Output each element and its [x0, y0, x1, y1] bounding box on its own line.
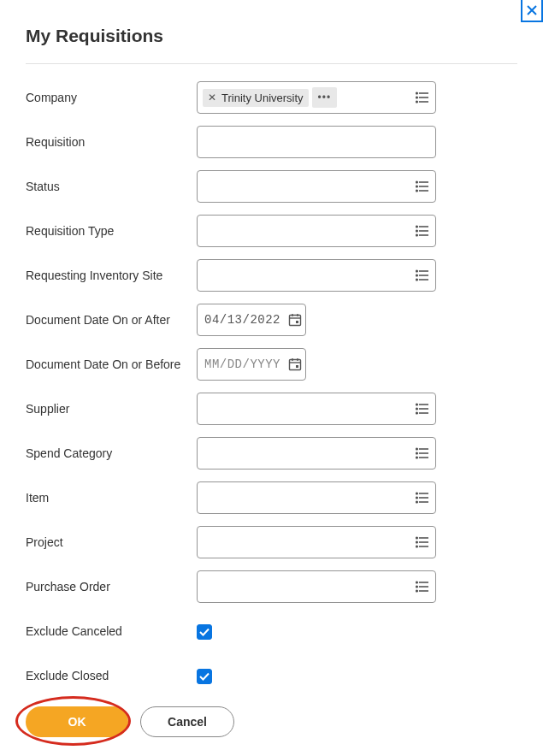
list-icon	[415, 535, 430, 550]
row-project: Project	[26, 526, 517, 558]
svg-point-4	[416, 97, 418, 98]
ok-button[interactable]: OK	[26, 706, 128, 737]
item-select[interactable]	[197, 481, 436, 514]
footer: OK Cancel	[0, 688, 543, 756]
svg-point-38	[416, 408, 418, 410]
chip-label: Trinity University	[221, 92, 304, 104]
list-icon	[415, 179, 430, 194]
list-icon	[415, 446, 430, 461]
svg-point-55	[416, 537, 418, 539]
requisition-type-select[interactable]	[197, 215, 436, 247]
svg-point-61	[416, 582, 418, 583]
svg-point-45	[416, 457, 418, 458]
close-button[interactable]	[521, 0, 543, 22]
cancel-button[interactable]: Cancel	[140, 706, 234, 737]
svg-point-22	[416, 275, 418, 276]
label-spend-category: Spend Category	[26, 446, 197, 460]
row-requisition-type: Requisition Type	[26, 215, 517, 247]
row-item: Item	[26, 481, 517, 514]
svg-point-62	[416, 586, 418, 588]
status-select[interactable]	[197, 170, 436, 203]
exclude-closed-checkbox[interactable]	[197, 669, 212, 684]
svg-point-57	[416, 546, 418, 547]
row-requisition: Requisition	[26, 126, 517, 158]
svg-rect-33	[296, 365, 298, 368]
list-icon	[415, 401, 430, 416]
list-icon	[415, 268, 430, 283]
svg-point-49	[416, 493, 418, 494]
row-company: Company ✕ Trinity University •••	[26, 81, 517, 114]
list-icon	[415, 223, 430, 239]
date-after-input[interactable]: 04/13/2022	[197, 304, 306, 336]
spend-category-select[interactable]	[197, 437, 436, 470]
company-chip[interactable]: ✕ Trinity University	[203, 89, 309, 107]
row-exclude-closed: Exclude Closed	[26, 659, 517, 688]
list-icon	[415, 490, 430, 505]
svg-point-21	[416, 270, 418, 272]
label-date-before: Document Date On or Before	[26, 357, 197, 371]
requisition-input[interactable]	[197, 126, 436, 158]
row-inventory-site: Requesting Inventory Site	[26, 259, 517, 292]
label-supplier: Supplier	[26, 402, 197, 416]
label-inventory-site: Requesting Inventory Site	[26, 269, 197, 282]
close-icon	[527, 5, 537, 15]
label-date-after: Document Date On or After	[26, 313, 197, 327]
list-icon	[415, 579, 430, 594]
date-before-placeholder: MM/DD/YYYY	[204, 357, 280, 371]
svg-point-50	[416, 497, 418, 499]
check-icon	[199, 672, 210, 681]
svg-point-9	[416, 181, 418, 183]
svg-point-10	[416, 186, 418, 187]
label-purchase-order: Purchase Order	[26, 580, 197, 594]
calendar-icon[interactable]	[287, 357, 303, 372]
purchase-order-select[interactable]	[197, 570, 436, 603]
svg-point-39	[416, 412, 418, 414]
svg-point-51	[416, 501, 418, 503]
label-exclude-canceled: Exclude Canceled	[26, 624, 197, 638]
row-status: Status	[26, 170, 517, 203]
row-purchase-order: Purchase Order	[26, 570, 517, 603]
row-date-before: Document Date On or Before MM/DD/YYYY	[26, 348, 517, 381]
svg-point-11	[416, 190, 418, 192]
row-spend-category: Spend Category	[26, 437, 517, 470]
svg-point-37	[416, 404, 418, 405]
svg-point-44	[416, 452, 418, 454]
page-title: My Requisitions	[26, 26, 517, 64]
project-select[interactable]	[197, 526, 436, 558]
row-supplier: Supplier	[26, 393, 517, 425]
svg-point-3	[416, 92, 418, 94]
calendar-icon[interactable]	[287, 312, 303, 328]
svg-point-63	[416, 590, 418, 592]
exclude-canceled-checkbox[interactable]	[197, 624, 212, 640]
check-icon	[199, 628, 210, 636]
date-before-input[interactable]: MM/DD/YYYY	[197, 348, 306, 381]
chip-more-icon[interactable]: •••	[312, 87, 338, 108]
date-after-value: 04/13/2022	[204, 313, 280, 327]
row-exclude-canceled: Exclude Canceled	[26, 615, 517, 647]
label-item: Item	[26, 491, 197, 505]
svg-point-16	[416, 230, 418, 232]
form-scroll-area[interactable]: My Requisitions Company ✕ Trinity Univer…	[0, 0, 543, 688]
svg-point-43	[416, 448, 418, 450]
svg-point-15	[416, 226, 418, 227]
svg-point-5	[416, 101, 418, 103]
svg-rect-24	[290, 316, 301, 326]
label-requisition: Requisition	[26, 135, 197, 149]
svg-point-56	[416, 541, 418, 543]
inventory-site-select[interactable]	[197, 259, 436, 292]
svg-point-23	[416, 279, 418, 281]
svg-rect-29	[290, 360, 301, 370]
label-requisition-type: Requisition Type	[26, 224, 197, 238]
row-date-after: Document Date On or After 04/13/2022	[26, 304, 517, 336]
list-icon	[415, 90, 430, 105]
label-status: Status	[26, 180, 197, 193]
svg-point-17	[416, 234, 418, 236]
company-select[interactable]: ✕ Trinity University •••	[197, 81, 436, 114]
label-project: Project	[26, 535, 197, 549]
label-company: Company	[26, 91, 197, 104]
label-exclude-closed: Exclude Closed	[26, 669, 197, 682]
supplier-select[interactable]	[197, 393, 436, 425]
svg-rect-28	[296, 321, 298, 323]
chip-remove-icon[interactable]: ✕	[208, 92, 216, 103]
